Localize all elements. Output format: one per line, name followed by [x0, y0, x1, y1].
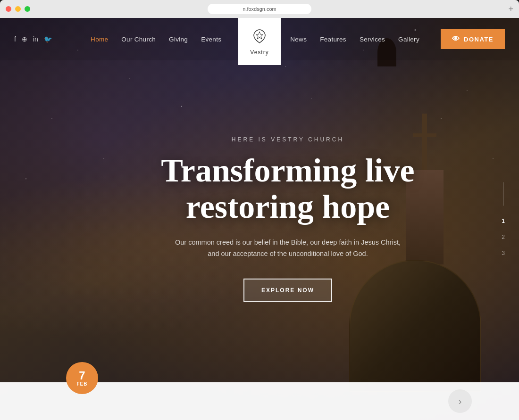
nav-services[interactable]: Services: [360, 36, 385, 43]
address-text: n.foxdsgn.com: [243, 6, 276, 12]
close-button[interactable]: [6, 6, 11, 12]
minimize-button[interactable]: [15, 6, 21, 12]
hero-eyebrow: HERE IS VESTRY CHURCH: [146, 136, 429, 142]
event-month: FEB: [77, 381, 88, 387]
hero-title: Transforming live restoring hope: [146, 152, 429, 224]
nav-gallery[interactable]: Gallery: [398, 36, 419, 43]
chevron-right-icon: ›: [459, 396, 462, 407]
event-day: 7: [79, 370, 85, 381]
new-tab-button[interactable]: +: [508, 4, 513, 14]
hero-title-line1: Transforming live: [161, 152, 414, 188]
explore-now-button[interactable]: EXPLORE NOW: [243, 279, 332, 302]
hero-content: HERE IS VESTRY CHURCH Transforming live …: [146, 136, 429, 302]
nav-our-church[interactable]: Our Church: [121, 36, 156, 43]
slider-navigation: 1 2 3: [502, 182, 505, 256]
eye-icon: 👁: [452, 35, 460, 43]
nav-events[interactable]: Events: [201, 36, 221, 43]
nav-features[interactable]: Features: [320, 36, 346, 43]
slider-item-3[interactable]: 3: [502, 249, 505, 256]
hero-description: Our common creed is our belief in the Bi…: [175, 236, 401, 259]
logo-text: Vestry: [250, 49, 268, 56]
nav-news[interactable]: News: [290, 36, 307, 43]
logo-icon: [251, 28, 268, 47]
slider-item-2[interactable]: 2: [502, 233, 505, 240]
slider-item-1[interactable]: 1: [502, 217, 505, 224]
linkedin-icon[interactable]: in: [33, 35, 38, 43]
social-icons: f ⊕ in 🐦: [14, 35, 52, 43]
donate-label: DONATE: [464, 36, 494, 43]
facebook-icon[interactable]: f: [14, 35, 16, 43]
instagram-icon[interactable]: ⊕: [22, 35, 27, 43]
twitter-icon[interactable]: 🐦: [44, 35, 52, 43]
address-bar[interactable]: n.foxdsgn.com: [208, 4, 311, 14]
next-arrow-button[interactable]: ›: [448, 389, 472, 413]
logo-container[interactable]: Vestry: [238, 18, 281, 65]
slider-line: [503, 182, 503, 206]
event-date-badge: 7 FEB: [66, 362, 98, 394]
nav-home[interactable]: Home: [91, 36, 108, 43]
nav-giving[interactable]: Giving: [169, 36, 188, 43]
donate-button[interactable]: 👁 DONATE: [441, 29, 505, 49]
window-chrome: n.foxdsgn.com +: [0, 0, 519, 18]
maximize-button[interactable]: [25, 6, 30, 12]
hero-title-line2: restoring hope: [186, 188, 390, 224]
website-content: f ⊕ in 🐦 Home Our Church Giving Events N…: [0, 18, 519, 420]
